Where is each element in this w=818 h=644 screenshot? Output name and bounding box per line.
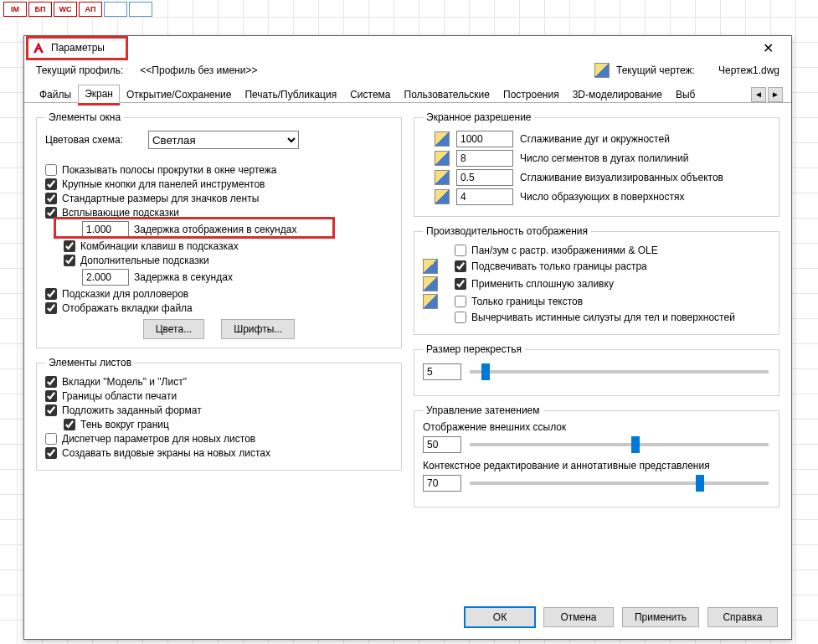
group-window-elements-legend: Элементы окна	[45, 111, 124, 123]
drawing-icon	[435, 151, 450, 166]
window-title: Параметры	[51, 42, 105, 54]
lbl-large-buttons: Крупные кнопки для панелей инструментов	[62, 178, 265, 190]
btn-help[interactable]: Справка	[707, 607, 778, 627]
chk-page-setup-mgr[interactable]	[45, 433, 57, 445]
lbl-xref-fade: Отображение внешних ссылок	[423, 421, 770, 433]
tab-system[interactable]: Система	[343, 85, 397, 103]
lbl-arc-smoothness: Сглаживание дуг и окружностей	[520, 133, 770, 145]
inp-polyline-segments[interactable]	[456, 150, 513, 167]
slider-inplace-fade[interactable]	[470, 482, 769, 485]
lbl-raster-frame-only: Подсвечивать только границы растра	[471, 260, 647, 272]
drawing-icon	[435, 189, 450, 204]
tab-scroll-right[interactable]: ►	[768, 87, 783, 102]
tab-scroll-left[interactable]: ◄	[751, 87, 766, 102]
background-toolbar: IM БП WC АП	[0, 0, 156, 18]
lbl-create-viewports: Создавать видовые экраны на новых листах	[62, 447, 270, 459]
lbl-scrollbars: Показывать полосы прокрутки в окне черте…	[62, 164, 277, 176]
tab-open-save[interactable]: Открытие/Сохранение	[120, 85, 238, 103]
drawing-icon	[423, 294, 438, 309]
chk-raster-frame-only[interactable]	[455, 260, 466, 272]
lbl-model-layout-tabs: Вкладки "Модель" и "Лист"	[62, 376, 187, 388]
inp-arc-smoothness[interactable]	[456, 131, 513, 147]
tab-3d[interactable]: 3D-моделирование	[566, 85, 669, 103]
group-fade-control: Управление затенением Отображение внешни…	[414, 404, 779, 507]
inp-crosshair-size[interactable]	[423, 363, 461, 380]
chk-paper-shadow[interactable]	[64, 419, 75, 430]
btn-colors[interactable]: Цвета...	[143, 319, 204, 339]
slider-xref-fade[interactable]	[470, 443, 769, 446]
chk-std-ribbon-icons[interactable]	[45, 193, 57, 204]
chk-paper-bg[interactable]	[45, 404, 57, 416]
color-scheme-label: Цветовая схема:	[45, 134, 123, 146]
lbl-render-smoothness: Сглаживание визуализированных объектов	[520, 172, 770, 183]
btn-apply[interactable]: Применить	[622, 607, 699, 627]
lbl-inplace-fade: Контекстное редактирование и аннотативны…	[423, 460, 770, 471]
drawing-icon	[594, 63, 610, 78]
btn-ok[interactable]: ОК	[465, 607, 535, 627]
inp-ext-tooltip-delay[interactable]	[82, 269, 129, 286]
tab-drafting[interactable]: Построения	[496, 85, 566, 103]
tab-display[interactable]: Экран	[78, 85, 120, 103]
inp-inplace-fade[interactable]	[423, 475, 461, 492]
lbl-surface-contours: Число образующих в поверхностях	[520, 191, 770, 203]
tab-strip: Файлы Экран Открытие/Сохранение Печать/П…	[24, 83, 791, 103]
drawing-icon	[435, 131, 450, 147]
lbl-file-tabs: Отображать вкладки файла	[62, 302, 193, 314]
current-profile-label: Текущий профиль:	[36, 64, 123, 76]
lbl-text-frame-only: Только границы текстов	[471, 296, 583, 307]
btn-cancel[interactable]: Отмена	[543, 607, 614, 627]
lbl-true-silhouettes: Вычерчивать истинные силуэты для тел и п…	[471, 312, 735, 323]
group-display-performance: Производительность отображения Пан/зум с…	[414, 225, 779, 335]
lbl-paper-bg: Подложить заданный формат	[62, 404, 202, 416]
inp-surface-contours[interactable]	[456, 188, 513, 205]
chk-panzoom-raster[interactable]	[455, 245, 466, 256]
chk-true-silhouettes[interactable]	[455, 312, 466, 323]
chk-hotkeys-in-tooltips[interactable]	[64, 240, 75, 252]
btn-fonts[interactable]: Шрифты...	[221, 319, 295, 339]
lbl-std-ribbon-icons: Стандартные размеры для значков ленты	[62, 193, 259, 204]
chk-create-viewports[interactable]	[45, 447, 57, 459]
chk-print-area[interactable]	[45, 390, 57, 402]
app-icon	[31, 40, 46, 55]
lbl-solid-fill: Применить сплошную заливку	[471, 278, 614, 290]
tab-files[interactable]: Файлы	[33, 85, 78, 103]
current-profile-value: <<Профиль без имени>>	[140, 64, 257, 76]
chk-large-buttons[interactable]	[45, 178, 57, 190]
chk-ext-tooltips[interactable]	[64, 255, 75, 266]
lbl-panzoom-raster: Пан/зум с растр. изображениями & OLE	[471, 245, 658, 256]
current-drawing-label: Текущий чертеж:	[616, 64, 695, 76]
close-button[interactable]: ✕	[751, 38, 785, 58]
drawing-icon	[423, 259, 438, 274]
color-scheme-select[interactable]: Светлая	[148, 131, 299, 149]
lbl-page-setup-mgr: Диспетчер параметров для новых листов	[62, 433, 255, 445]
group-display-resolution: Экранное разрешение Сглаживание дуг и ок…	[414, 111, 779, 217]
dialog-button-bar: ОК Отмена Применить Справка	[24, 599, 791, 639]
lbl-print-area: Границы области печати	[62, 390, 177, 402]
lbl-rollover-tooltips: Подсказки для ролловеров	[62, 288, 188, 300]
lbl-polyline-segments: Число сегментов в дугах полилиний	[520, 152, 770, 164]
group-layout-elements: Элементы листов Вкладки "Модель" и "Лист…	[36, 357, 402, 471]
tab-user[interactable]: Пользовательские	[398, 85, 497, 103]
inp-xref-fade[interactable]	[423, 436, 461, 453]
chk-solid-fill[interactable]	[455, 278, 466, 290]
chk-rollover-tooltips[interactable]	[45, 288, 57, 300]
lbl-hotkeys-in-tooltips: Комбинации клавиш в подсказках	[80, 240, 239, 252]
lbl-ext-tooltip-delay: Задержка в секундах	[134, 271, 233, 283]
group-layout-elements-legend: Элементы листов	[45, 357, 135, 368]
lbl-tooltips: Всплывающие подсказки	[62, 207, 179, 219]
options-dialog: Параметры ✕ Текущий профиль: <<Профиль б…	[23, 35, 792, 640]
tab-plot[interactable]: Печать/Публикация	[238, 85, 343, 103]
chk-file-tabs[interactable]	[45, 302, 57, 314]
inp-render-smoothness[interactable]	[456, 169, 513, 186]
chk-text-frame-only[interactable]	[455, 296, 466, 307]
inp-tooltip-delay[interactable]	[82, 221, 129, 238]
group-window-elements: Элементы окна Цветовая схема: Светлая По…	[36, 111, 402, 348]
profile-row: Текущий профиль: <<Профиль без имени>> Т…	[24, 59, 791, 83]
slider-crosshair-size[interactable]	[470, 370, 769, 374]
chk-model-layout-tabs[interactable]	[45, 376, 57, 388]
tab-selection-cut[interactable]: Выб	[669, 85, 702, 103]
chk-tooltips[interactable]	[45, 207, 57, 219]
titlebar: Параметры ✕	[24, 36, 791, 59]
lbl-paper-shadow: Тень вокруг границ	[80, 419, 169, 430]
chk-scrollbars[interactable]	[45, 164, 57, 176]
